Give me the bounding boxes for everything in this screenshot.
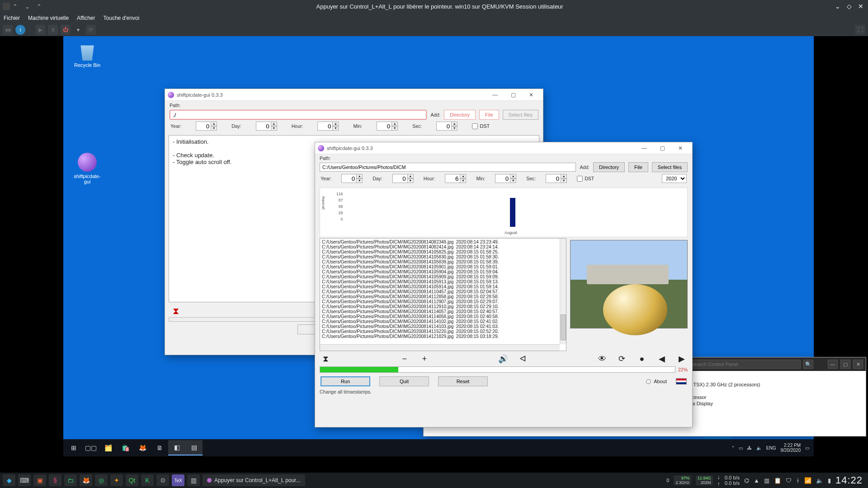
cp-search-icon[interactable]: 🔍 [803,360,813,369]
winB-minus-icon[interactable]: − [400,354,410,364]
winA-select-files-button[interactable]: Select files [503,110,538,120]
host-vm-icon[interactable]: ▥ [187,474,200,486]
winB-hour-spinner[interactable]: ▲▼ [445,174,466,183]
menu-file[interactable]: Fichier [4,15,20,21]
tray-meet-icon[interactable]: ▭ [739,446,743,450]
menu-sendkey[interactable]: Touche d'envoi [104,15,140,21]
winB-year-spinner[interactable]: ▲▼ [341,174,363,183]
cp-close-icon[interactable]: ✕ [853,360,863,369]
winB-list-hscroll[interactable] [320,344,560,351]
explorer-icon[interactable]: 🗂️ [99,440,117,455]
host-cpu-monitor[interactable]: 97%2.3GHz [674,475,691,485]
taskbar-app-shiftpicdate[interactable]: ◧ [168,440,185,455]
winB-next-icon[interactable]: ▶ [677,354,687,364]
host-gear-icon[interactable]: ⚙ [156,474,169,486]
winB-maximize-icon[interactable]: ▢ [653,143,671,154]
host-minimize-icon[interactable]: ⌄ [835,3,840,10]
start-button[interactable]: ⊞ [65,440,82,455]
notepad-icon[interactable]: 🗎 [151,440,168,455]
host-wifi-icon[interactable]: 📶 [804,477,811,484]
toolbar-power-icon[interactable]: ⏻ [61,25,71,35]
cp-minimize-icon[interactable]: — [828,360,838,369]
winA-file-button[interactable]: File [479,110,499,120]
winA-minimize-icon[interactable]: — [486,89,504,100]
desktop-icon-shiftpicdate[interactable]: shiftpicdate-gui [71,153,103,184]
store-icon[interactable]: 🛍️ [117,440,134,455]
host-mem-monitor[interactable]: 11.94G202M [696,475,713,485]
winB-select-files-button[interactable]: Select files [652,162,688,172]
host-close-icon[interactable]: ✕ [858,3,863,10]
winB-file-button[interactable]: File [628,162,648,172]
host-volume-icon[interactable]: 🔈 [816,477,823,484]
toolbar-screen-icon[interactable]: ▭ [3,25,13,35]
winA-dst-checkbox[interactable] [472,123,478,129]
winB-reset-button[interactable]: Reset [438,376,488,386]
host-kate-icon[interactable]: K [141,474,154,486]
winB-volume-icon[interactable]: 🔊 [498,354,508,364]
tray-notifications-icon[interactable]: ▭ [805,446,809,450]
windows-tray[interactable]: ˄ ▭ 🖧 🔈 ENG 2:22 PM 9/20/2020 ▭ [732,443,812,453]
host-chromium-icon[interactable]: ◎ [95,474,108,486]
host-firefox-icon[interactable]: 🦊 [80,474,92,486]
winA-min-spinner[interactable]: ▲▼ [377,122,398,131]
host-terminal-icon[interactable]: ⌨ [18,474,31,486]
winA-sec-spinner[interactable]: ▲▼ [436,122,458,131]
host-tray-app1-icon[interactable]: ▲ [754,477,760,484]
taskbar-app-controlpanel[interactable]: ▤ [185,440,203,455]
cp-search-input[interactable] [688,360,801,369]
windows-taskbar[interactable]: ⊞ ▢▢ 🗂️ 🛍️ 🦊 🗎 ◧ ▤ ˄ ▭ 🖧 🔈 ENG 2:22 PM 9… [63,439,814,456]
winA-scroll-bottom-icon[interactable]: ⧗ [170,306,182,316]
winB-scroll-bottom-icon[interactable]: ⧗ [321,354,330,364]
host-panel[interactable]: ◆ ⌨ ▣ § 🗀 🦊 ◎ ✦ Qt K ⚙ TeX ▥ Appuyer sur… [0,473,868,488]
winB-lang-flag-icon[interactable] [676,378,687,385]
winB-flame-icon[interactable]: ᐊ [518,354,528,364]
winB-run-button[interactable]: Run [321,376,370,386]
taskview-icon[interactable]: ▢▢ [82,440,99,455]
host-tex-icon[interactable]: TeX [172,474,184,486]
host-qt-icon[interactable]: Qt [126,474,138,486]
winB-quit-button[interactable]: Quit [379,376,429,386]
toolbar-dropdown-icon[interactable]: ▾ [73,25,83,35]
winB-image-preview[interactable] [570,240,688,328]
cp-maximize-icon[interactable]: ▢ [840,360,850,369]
winB-list-vscroll[interactable] [560,239,566,344]
host-system-tray[interactable]: 0 97%2.3GHz 11.94G202M ↓↑ 0.0 b/s0.0 b/s… [666,474,868,487]
winB-close-icon[interactable]: ✕ [671,143,689,154]
winB-histogram[interactable]: pics/day 116 87 58 29 0 August [320,188,688,237]
host-clock[interactable]: 14:22 [835,474,863,486]
host-launcher-icon[interactable]: ◆ [3,474,15,486]
winA-directory-button[interactable]: Directory [444,110,476,120]
host-clipboard-icon[interactable]: 📋 [774,477,781,484]
toolbar-info-icon[interactable]: i [15,25,25,35]
host-files-icon[interactable]: ▣ [33,474,46,486]
winB-record-icon[interactable]: ● [637,354,647,364]
winA-path-input[interactable] [170,110,427,120]
winB-day-spinner[interactable]: ▲▼ [392,174,414,183]
winB-directory-button[interactable]: Directory [593,162,625,172]
host-title-chevrons[interactable]: ⌃ ⌄ ⌃ [13,3,44,10]
vm-desktop[interactable]: Recycle Bin shiftpicdate-gui ← → ⟳ 🔍 — ▢… [63,36,814,456]
toolbar-play-icon[interactable]: ▶ [35,25,45,35]
winB-eye-icon[interactable]: 👁 [597,354,607,364]
winB-minimize-icon[interactable]: — [635,143,653,154]
host-cpu-chip-icon[interactable]: ⌬ [744,477,749,484]
menu-vm[interactable]: Machine virtuelle [28,15,69,21]
winB-sec-spinner[interactable]: ▲▼ [546,174,567,183]
host-braces-icon[interactable]: § [49,474,61,486]
tray-lang[interactable]: ENG [766,446,776,450]
winA-hour-spinner[interactable]: ▲▼ [317,122,339,131]
host-bluetooth-icon[interactable]: ᚼ [796,477,800,484]
shiftpicdate-window-front[interactable]: shiftpicdate-gui 0.3.3 — ▢ ✕ Path: Add: … [315,142,693,427]
host-maximize-icon[interactable]: ◇ [847,3,852,10]
host-tray-app2-icon[interactable]: ▥ [764,477,769,484]
winB-year-select[interactable]: 2020 [662,174,687,183]
toolbar-fullscreen-icon[interactable]: ⛶ [855,25,865,35]
winA-maximize-icon[interactable]: ▢ [504,89,522,100]
host-shield-icon[interactable]: 🛡 [786,477,792,484]
winB-file-list[interactable]: C:/Users/Gentoo/Pictures/Photos/DICM/IMG… [320,238,566,351]
winB-refresh-icon[interactable]: ⟳ [617,354,627,364]
firefox-icon[interactable]: 🦊 [134,440,151,455]
winA-year-spinner[interactable]: ▲▼ [196,122,217,131]
winA-close-icon[interactable]: ✕ [522,89,540,100]
host-konqueror-icon[interactable]: ✦ [110,474,123,486]
